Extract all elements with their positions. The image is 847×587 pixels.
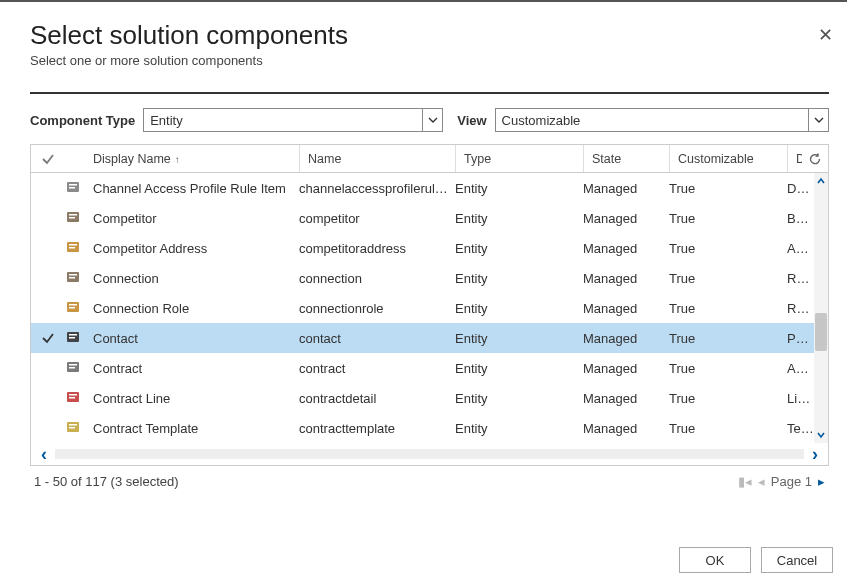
svg-rect-5 [69, 217, 75, 219]
scroll-left-icon[interactable]: ‹ [33, 444, 55, 465]
horizontal-scrollbar[interactable]: ‹ › [31, 443, 828, 465]
svg-rect-20 [69, 367, 75, 369]
view-label: View [457, 113, 486, 128]
svg-rect-14 [69, 307, 75, 309]
table-row[interactable]: Competitor AddresscompetitoraddressEntit… [31, 233, 828, 263]
svg-rect-13 [69, 304, 77, 306]
row-checkbox[interactable] [31, 331, 65, 345]
svg-rect-23 [69, 397, 75, 399]
cell-displayName: Competitor [91, 211, 299, 226]
scroll-right-icon[interactable]: › [804, 444, 826, 465]
table-row[interactable]: ContactcontactEntityManagedTruePerson [31, 323, 828, 353]
col-display-name[interactable]: Display Name↑ [91, 152, 299, 166]
cell-state: Managed [583, 391, 669, 406]
cell-desc: Role de [787, 301, 814, 316]
cell-type: Entity [455, 421, 583, 436]
vertical-scrollbar[interactable] [814, 173, 828, 443]
svg-rect-26 [69, 427, 75, 429]
cell-name: channelaccessprofileruleite... [299, 181, 455, 196]
entity-icon [65, 389, 91, 408]
scrollbar-thumb[interactable] [815, 313, 827, 351]
dialog-subtitle: Select one or more solution components [30, 53, 829, 68]
svg-rect-10 [69, 274, 77, 276]
cell-customizable: True [669, 331, 787, 346]
table-row[interactable]: ContractcontractEntityManagedTrueAgreen [31, 353, 828, 383]
table-row[interactable]: Contract TemplatecontracttemplateEntityM… [31, 413, 828, 443]
table-row[interactable]: CompetitorcompetitorEntityManagedTrueBus… [31, 203, 828, 233]
svg-rect-4 [69, 214, 77, 216]
entity-icon [65, 269, 91, 288]
col-state[interactable]: State [583, 145, 669, 172]
svg-rect-16 [69, 334, 77, 336]
cell-displayName: Competitor Address [91, 241, 299, 256]
cell-state: Managed [583, 211, 669, 226]
cell-desc: Templa [787, 421, 814, 436]
cancel-button[interactable]: Cancel [761, 547, 833, 573]
view-select[interactable]: Customizable [495, 108, 829, 132]
cell-displayName: Contract Line [91, 391, 299, 406]
cell-displayName: Channel Access Profile Rule Item [91, 181, 299, 196]
entity-icon [65, 209, 91, 228]
cell-desc: Relatio [787, 271, 814, 286]
component-type-select[interactable]: Entity [143, 108, 443, 132]
cell-name: connection [299, 271, 455, 286]
cell-displayName: Contact [91, 331, 299, 346]
entity-icon [65, 179, 91, 198]
cell-customizable: True [669, 241, 787, 256]
pager-next-icon[interactable]: ▸ [818, 474, 825, 489]
table-row[interactable]: Contract LinecontractdetailEntityManaged… [31, 383, 828, 413]
cell-name: contact [299, 331, 455, 346]
cell-displayName: Contract [91, 361, 299, 376]
entity-icon [65, 239, 91, 258]
svg-rect-8 [69, 247, 75, 249]
cell-type: Entity [455, 181, 583, 196]
cell-name: competitor [299, 211, 455, 226]
cell-state: Managed [583, 271, 669, 286]
pager-status: 1 - 50 of 117 (3 selected) [34, 474, 179, 489]
entity-icon [65, 359, 91, 378]
cell-state: Managed [583, 181, 669, 196]
table-row[interactable]: Channel Access Profile Rule Itemchannela… [31, 173, 828, 203]
cell-customizable: True [669, 421, 787, 436]
pager-prev-icon[interactable]: ◂ [758, 474, 765, 489]
dialog-title: Select solution components [30, 20, 829, 51]
svg-rect-11 [69, 277, 75, 279]
component-type-label: Component Type [30, 113, 135, 128]
pager: 1 - 50 of 117 (3 selected) ▮◂ ◂ Page 1 ▸ [30, 466, 829, 489]
refresh-button[interactable] [802, 152, 828, 166]
cell-customizable: True [669, 361, 787, 376]
svg-rect-22 [69, 394, 77, 396]
col-description[interactable]: Desc [787, 145, 802, 172]
cell-state: Managed [583, 331, 669, 346]
cell-state: Managed [583, 241, 669, 256]
scrollbar-track[interactable] [55, 449, 804, 459]
scroll-up-icon[interactable] [814, 173, 828, 189]
col-name[interactable]: Name [299, 145, 455, 172]
cell-displayName: Connection Role [91, 301, 299, 316]
cell-type: Entity [455, 241, 583, 256]
select-all-checkbox[interactable] [31, 152, 65, 166]
col-type[interactable]: Type [455, 145, 583, 172]
close-button[interactable]: ✕ [818, 24, 833, 46]
ok-button[interactable]: OK [679, 547, 751, 573]
cell-desc: Person [787, 331, 814, 346]
cell-name: contractdetail [299, 391, 455, 406]
chevron-down-icon [808, 109, 828, 131]
cell-type: Entity [455, 301, 583, 316]
scroll-down-icon[interactable] [814, 427, 828, 443]
cell-desc: Line ite [787, 391, 814, 406]
cell-type: Entity [455, 271, 583, 286]
cell-desc: Additic [787, 241, 814, 256]
pager-first-icon[interactable]: ▮◂ [738, 474, 752, 489]
results-grid: Display Name↑ Name Type State Customizab… [30, 144, 829, 466]
col-customizable[interactable]: Customizable [669, 145, 787, 172]
sort-asc-icon: ↑ [175, 154, 180, 165]
table-row[interactable]: Connection RoleconnectionroleEntityManag… [31, 293, 828, 323]
grid-header: Display Name↑ Name Type State Customizab… [31, 145, 828, 173]
svg-rect-7 [69, 244, 77, 246]
table-row[interactable]: ConnectionconnectionEntityManagedTrueRel… [31, 263, 828, 293]
cell-displayName: Connection [91, 271, 299, 286]
cell-state: Managed [583, 421, 669, 436]
cell-desc: Busines [787, 211, 814, 226]
cell-desc: Agreen [787, 361, 814, 376]
